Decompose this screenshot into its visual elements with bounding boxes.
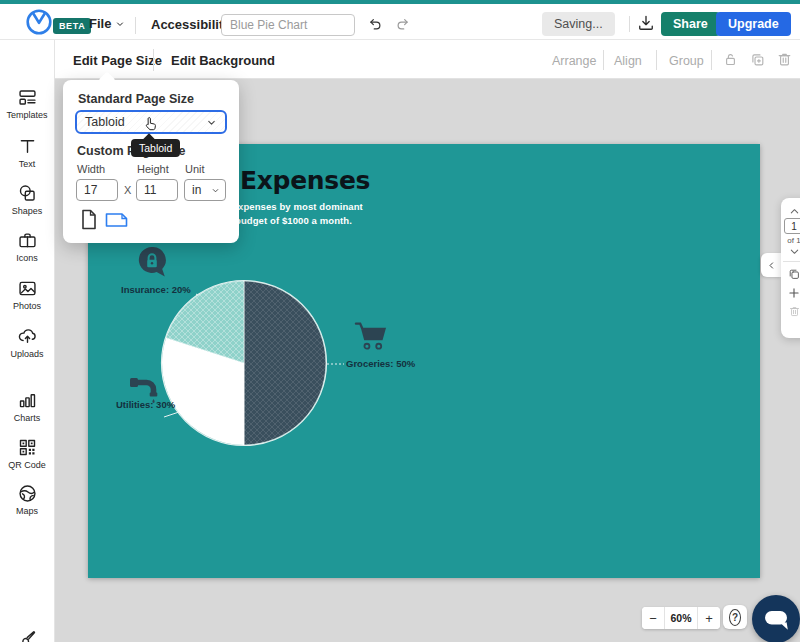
standard-page-size-label: Standard Page Size bbox=[78, 92, 194, 106]
sidebar-label: Charts bbox=[0, 413, 54, 423]
document-title-input[interactable] bbox=[221, 14, 355, 36]
topbar-divider bbox=[629, 16, 630, 32]
page-count-label: of 1 bbox=[781, 236, 800, 245]
toolbar-divider bbox=[603, 50, 604, 70]
app-window: BETA File Accessibility Saving... Share … bbox=[0, 0, 800, 642]
photo-icon bbox=[17, 278, 38, 299]
edit-background-button[interactable]: Edit Background bbox=[171, 53, 275, 68]
left-sidebar: Templates Text Shapes Icons Photos Uploa… bbox=[0, 40, 55, 642]
lock-button[interactable] bbox=[722, 51, 739, 71]
sidebar-label: Photos bbox=[0, 301, 54, 311]
height-input[interactable] bbox=[136, 179, 178, 201]
add-page-button[interactable] bbox=[781, 286, 800, 303]
tooltip: Tabloid bbox=[131, 139, 180, 157]
shopping-cart-icon[interactable] bbox=[354, 320, 388, 356]
duplicate-page-button[interactable] bbox=[781, 267, 800, 284]
sidebar-label: Shapes bbox=[0, 206, 54, 216]
pie-chart[interactable] bbox=[152, 271, 336, 455]
plus-icon bbox=[787, 286, 800, 300]
portrait-page-icon bbox=[81, 209, 97, 230]
page-navigation-panel: of 1 bbox=[781, 198, 800, 338]
width-input[interactable] bbox=[76, 179, 118, 201]
sidebar-label: Uploads bbox=[0, 349, 54, 359]
lock-icon bbox=[722, 51, 739, 68]
duplicate-icon bbox=[749, 51, 766, 68]
upgrade-button[interactable]: Upgrade bbox=[716, 12, 791, 36]
lock-speech-bubble-icon[interactable] bbox=[134, 244, 170, 284]
pie-label-groceries[interactable]: Groceries: 50% bbox=[346, 358, 415, 369]
sidebar-label: Text bbox=[0, 159, 54, 169]
pie-label-utilities[interactable]: Utilities: 30% bbox=[116, 399, 175, 410]
chevron-down-icon bbox=[206, 117, 217, 128]
chevron-up-icon bbox=[789, 206, 800, 217]
undo-button[interactable] bbox=[366, 15, 384, 36]
group-button[interactable]: Group bbox=[669, 54, 704, 68]
sidebar-label: Maps bbox=[0, 506, 54, 516]
sidebar-item-styles[interactable]: Styles bbox=[0, 628, 54, 642]
sidebar-item-uploads[interactable]: Uploads bbox=[0, 326, 54, 359]
next-page-button[interactable] bbox=[781, 245, 800, 260]
pie-slices[interactable] bbox=[162, 281, 326, 445]
share-button[interactable]: Share bbox=[661, 12, 720, 36]
times-label: X bbox=[124, 184, 131, 196]
download-button[interactable] bbox=[636, 13, 656, 36]
sidebar-item-maps[interactable]: Maps bbox=[0, 483, 54, 516]
edit-page-size-button[interactable]: Edit Page Size bbox=[73, 53, 162, 68]
sidebar-label: QR Code bbox=[0, 460, 54, 470]
trash-icon bbox=[776, 51, 793, 68]
briefcase-icon bbox=[17, 230, 38, 251]
help-button[interactable]: ? bbox=[723, 605, 747, 629]
sidebar-item-shapes[interactable]: Shapes bbox=[0, 183, 54, 216]
zoom-in-button[interactable]: + bbox=[697, 607, 720, 629]
unit-value: in bbox=[192, 183, 201, 197]
trash-icon bbox=[788, 305, 800, 318]
redo-button[interactable] bbox=[394, 15, 412, 36]
templates-icon bbox=[17, 87, 38, 108]
page-number-input[interactable] bbox=[784, 218, 800, 234]
context-toolbar: Edit Page Size Edit Background Arrange A… bbox=[55, 40, 800, 79]
sidebar-item-templates[interactable]: Templates bbox=[0, 87, 54, 120]
qr-code-icon bbox=[17, 437, 38, 458]
delete-page-button[interactable] bbox=[781, 305, 800, 321]
chat-button[interactable] bbox=[752, 595, 800, 642]
collapse-panel-tab[interactable] bbox=[761, 253, 781, 277]
chevron-down-icon bbox=[211, 186, 220, 195]
pie-label-insurance[interactable]: Insurance: 20% bbox=[121, 284, 191, 295]
sidebar-item-charts[interactable]: Charts bbox=[0, 390, 54, 423]
zoom-controls: − 60% + bbox=[642, 607, 720, 629]
undo-icon bbox=[366, 15, 384, 33]
sidebar-item-photos[interactable]: Photos bbox=[0, 278, 54, 311]
sidebar-label: Icons bbox=[0, 253, 54, 263]
unit-select[interactable]: in bbox=[184, 179, 226, 201]
sidebar-item-text[interactable]: Text bbox=[0, 136, 54, 169]
chevron-left-icon bbox=[767, 261, 776, 270]
chevron-down-icon bbox=[115, 19, 125, 29]
panel-divider bbox=[783, 261, 800, 262]
duplicate-icon bbox=[787, 267, 800, 281]
chevron-down-icon bbox=[789, 246, 800, 257]
duplicate-button[interactable] bbox=[749, 51, 766, 71]
bar-chart-icon bbox=[17, 390, 38, 411]
delete-button[interactable] bbox=[776, 51, 793, 71]
align-button[interactable]: Align bbox=[614, 54, 642, 68]
text-icon bbox=[17, 136, 38, 157]
shapes-icon bbox=[17, 183, 38, 204]
cloud-upload-icon bbox=[17, 326, 38, 347]
cursor-hand-icon bbox=[143, 116, 157, 136]
sidebar-item-qr-code[interactable]: QR Code bbox=[0, 437, 54, 470]
redo-icon bbox=[394, 15, 412, 33]
sidebar-item-icons[interactable]: Icons bbox=[0, 230, 54, 263]
beta-badge: BETA bbox=[53, 18, 91, 34]
portrait-orientation-button[interactable] bbox=[81, 209, 97, 233]
file-menu[interactable]: File bbox=[89, 16, 125, 31]
toolbar-divider bbox=[711, 50, 712, 70]
toolbar-divider bbox=[656, 50, 657, 70]
accessibility-button[interactable]: Accessibility bbox=[151, 17, 231, 32]
landscape-orientation-button[interactable] bbox=[105, 212, 128, 231]
arrange-button[interactable]: Arrange bbox=[552, 54, 596, 68]
chat-bubble-icon bbox=[752, 595, 800, 642]
zoom-out-button[interactable]: − bbox=[642, 607, 665, 629]
sidebar-label: Templates bbox=[0, 110, 54, 120]
width-label: Width bbox=[77, 163, 105, 175]
file-menu-label: File bbox=[89, 16, 111, 31]
